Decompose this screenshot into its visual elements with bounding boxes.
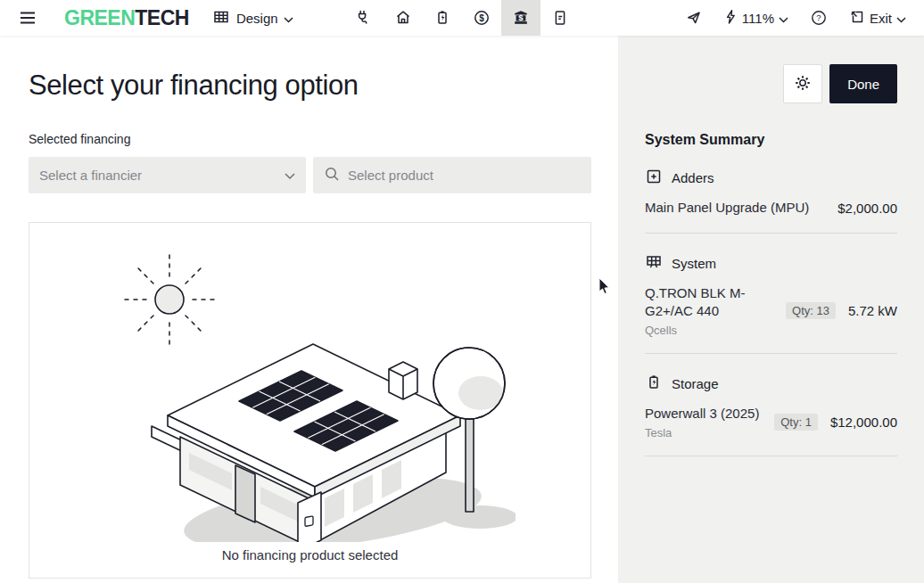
storage-battery-icon: [645, 374, 663, 394]
financier-select[interactable]: Select a financier: [29, 157, 306, 193]
hamburger-menu-icon: [20, 12, 36, 24]
storage-manufacturer: Tesla: [645, 426, 774, 439]
send-icon: [685, 9, 703, 27]
settings-button[interactable]: [783, 64, 822, 103]
product-search-input[interactable]: Select product: [313, 157, 591, 193]
panel-product-name: Q.TRON BLK M-G2+/AC 440: [645, 284, 786, 320]
dollar-circle-icon: $: [473, 9, 491, 27]
gear-icon: [794, 74, 812, 94]
battery-icon: [433, 9, 451, 27]
section-divider: [645, 456, 897, 456]
financing-panel: Select your financing option Selected fi…: [0, 36, 618, 583]
system-section-header: System: [645, 253, 897, 274]
done-button[interactable]: Done: [829, 64, 897, 103]
storage-item-row: Powerwall 3 (2025) Tesla Qty: 1 $12,000.…: [645, 405, 897, 439]
grid-icon: [212, 8, 230, 29]
help-button[interactable]: ?: [799, 0, 838, 36]
svg-text:?: ?: [816, 12, 821, 22]
financing-selectors: Select a financier Select product: [29, 157, 591, 193]
adders-icon: [645, 168, 663, 188]
design-label: Design: [236, 11, 277, 26]
panel-qty-badge: Qty: 13: [786, 302, 836, 319]
help-icon: ?: [810, 9, 828, 27]
storage-qty-badge: Qty: 1: [774, 414, 818, 431]
solar-panel-icon: [645, 253, 663, 274]
exit-menu[interactable]: Exit: [840, 0, 915, 36]
product-search-placeholder: Select product: [348, 168, 433, 183]
system-section-label: System: [672, 256, 716, 271]
section-divider: [645, 233, 897, 234]
financier-select-placeholder: Select a financier: [39, 168, 285, 183]
tab-financing[interactable]: $: [501, 0, 540, 36]
send-proposal-button[interactable]: [674, 0, 714, 36]
tab-home[interactable]: [384, 0, 423, 36]
house-illustration: [105, 248, 516, 542]
storage-section-label: Storage: [672, 376, 719, 391]
tab-pricing[interactable]: $: [462, 0, 501, 36]
chevron-down-icon: [779, 11, 788, 26]
tab-battery[interactable]: [423, 0, 462, 36]
adders-section-label: Adders: [672, 170, 714, 185]
greentech-logo: GREENTECH: [64, 6, 189, 30]
system-item-row: Q.TRON BLK M-G2+/AC 440 Qcells Qty: 13 5…: [645, 284, 897, 337]
workflow-tabs: $ $: [344, 0, 580, 36]
home-icon: [394, 9, 412, 27]
zoom-value: 111%: [742, 11, 774, 26]
section-divider: [645, 353, 897, 354]
storage-product-name: Powerwall 3 (2025): [645, 405, 774, 423]
chevron-down-icon: [896, 11, 906, 26]
no-financing-card: No financing product selected: [29, 222, 591, 579]
topbar-left: GREENTECH Design: [0, 0, 293, 36]
topbar: GREENTECH Design: [0, 0, 924, 36]
svg-text:$: $: [518, 12, 524, 22]
sidebar-actions: Done: [645, 64, 897, 103]
plug-icon: [355, 9, 373, 27]
selected-financing-label: Selected financing: [29, 132, 591, 146]
tab-electrical-plug[interactable]: [344, 0, 384, 36]
bank-financing-icon: $: [512, 9, 530, 27]
lightning-icon: [724, 9, 738, 28]
document-icon: [551, 9, 569, 27]
page-body: Select your financing option Selected fi…: [0, 36, 924, 583]
adders-item-row: Main Panel Upgrade (MPU) $2,000.00: [645, 199, 897, 217]
chevron-down-icon: [284, 11, 293, 26]
tab-proposal-document[interactable]: [540, 0, 580, 36]
storage-section-header: Storage: [645, 374, 897, 394]
adder-value: $2,000.00: [837, 201, 897, 216]
system-summary-sidebar: Done System Summary Adders Main Panel Up…: [618, 36, 924, 583]
adder-name: Main Panel Upgrade (MPU): [645, 199, 837, 217]
system-summary-title: System Summary: [645, 132, 897, 148]
page-title: Select your financing option: [29, 70, 591, 102]
performance-zoom-control[interactable]: 111%: [715, 0, 797, 36]
exit-icon: [849, 9, 865, 28]
exit-label: Exit: [870, 11, 892, 26]
panel-manufacturer: Qcells: [645, 324, 786, 337]
logo-green-part: GREEN: [64, 6, 135, 30]
adders-section-header: Adders: [645, 168, 897, 188]
design-mode-switcher[interactable]: Design: [212, 0, 293, 36]
logo-dark-part: TECH: [135, 6, 189, 30]
system-size-value: 5.72 kW: [848, 303, 897, 318]
hamburger-menu-button[interactable]: [12, 0, 43, 36]
chevron-down-icon: [285, 168, 295, 183]
search-icon: [324, 166, 340, 185]
topbar-right: 111% ? Exit: [674, 0, 924, 36]
empty-state-message: No financing product selected: [222, 547, 399, 562]
storage-value: $12,000.00: [830, 415, 897, 430]
svg-text:$: $: [479, 13, 484, 23]
